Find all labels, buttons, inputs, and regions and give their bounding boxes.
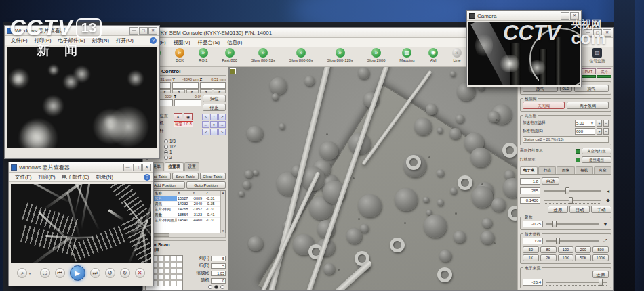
standard-current-input[interactable]: 600 [575, 128, 595, 135]
toolbar-button[interactable]: Line [445, 48, 469, 62]
stop-button[interactable]: 停止 [203, 104, 226, 111]
table-horizontal-scrollbar[interactable] [145, 233, 226, 238]
ion-pump-valve-button[interactable]: 离子泵阀 [567, 102, 609, 109]
current-plus-button[interactable]: + [597, 128, 602, 135]
table-vertical-scrollbar[interactable]: ▲▼ [220, 191, 225, 233]
vacuum-filament-button[interactable]: 真空与灯丝 [582, 148, 611, 154]
next-icon[interactable]: ⏭ [90, 268, 100, 278]
magnification-preset-button[interactable]: 80 [540, 246, 557, 253]
axis-y-input[interactable] [172, 82, 198, 89]
slideshow-icon[interactable]: ▶ [70, 265, 85, 281]
cols-input[interactable]: 5 [211, 256, 226, 261]
stage-tab[interactable]: 位置表 [165, 162, 184, 171]
viewer-top-maximize[interactable]: ▢ [139, 27, 148, 35]
scale-input[interactable]: 1.05 [211, 271, 226, 276]
fit-to-window-icon[interactable]: ⛶ [40, 268, 50, 278]
rotate-right-icon[interactable]: ↻ [120, 268, 130, 278]
status-tab[interactable]: 试片 [597, 68, 611, 78]
focus-value-input[interactable]: -0.25 [523, 221, 543, 227]
contrast-value-input[interactable]: 265 [520, 187, 540, 194]
toolbar-button[interactable]: Slow 800-60s [282, 48, 320, 62]
contrast-slider[interactable] [544, 190, 601, 192]
random-input[interactable]: 0 [211, 278, 226, 284]
toolbar-button[interactable]: Fast 800 [215, 48, 244, 62]
magnification-preset-button[interactable]: 50K [575, 254, 591, 261]
dpad-key[interactable]: ↓ [210, 129, 218, 135]
menu-item[interactable]: 视图(V) [170, 39, 194, 47]
dpad-key[interactable]: ← [202, 121, 209, 128]
magnification-preset-button[interactable]: 10K [558, 254, 574, 261]
toolbar-button[interactable]: Slow 800-120s [320, 48, 360, 62]
beam-action-button[interactable]: 还原 [548, 206, 568, 213]
brightness-slider[interactable] [544, 200, 601, 201]
magnification-preset-button[interactable]: 100 [558, 246, 574, 253]
toolbar-button[interactable]: 信号监测 [582, 48, 612, 64]
beam-tab[interactable]: 扫描 [538, 166, 556, 174]
close-valve-button[interactable]: 关闭阀 [523, 102, 565, 109]
viewer-menu-item[interactable]: 刻录(N) [93, 173, 117, 181]
magnification-value-input[interactable]: 130 [523, 238, 543, 244]
dpad-key[interactable]: ↘ [218, 129, 226, 135]
viewer-top-close[interactable]: ✕ [148, 27, 157, 35]
jog-z-right-button[interactable]: ► [214, 89, 226, 93]
viewer-bottom-maximize[interactable]: ▢ [133, 164, 142, 171]
speed-radio[interactable]: 1 [164, 150, 176, 154]
voltage-plus-button[interactable]: + [597, 120, 602, 127]
current-minus-button[interactable]: − [603, 128, 609, 135]
magnification-preset-button[interactable]: 500 [592, 246, 609, 253]
viewer-menu-item[interactable]: 打开(O) [113, 37, 137, 45]
beam-value-input[interactable]: 1.8 [520, 178, 540, 185]
speed-radio[interactable]: 1/2 [164, 144, 176, 149]
beam-tab[interactable]: 相机 [576, 166, 593, 174]
beam-tab[interactable]: 真空 [594, 166, 611, 174]
magnification-slider[interactable] [546, 240, 599, 242]
toolbar-button[interactable]: BCK [168, 48, 192, 62]
toolbar-button[interactable]: ROI1 [191, 48, 215, 62]
toolbar-button[interactable]: Slow 2000 [360, 48, 393, 62]
magnification-preset-button[interactable]: 100K [592, 254, 609, 261]
beam-current-slider[interactable] [546, 282, 607, 283]
viewer-bottom-minimize[interactable]: — [123, 164, 132, 171]
magnification-preset-button[interactable]: 2K [540, 254, 557, 261]
dpad-key[interactable]: → [218, 121, 226, 128]
focus-slider[interactable] [546, 223, 599, 225]
beam-auto-button[interactable]: 自动 [542, 177, 559, 185]
beam-current-input[interactable]: -26.4 [523, 279, 543, 286]
table-row[interactable]: 004 圆盘 13864 -3123 -0.41 [146, 212, 225, 218]
axis-z-input[interactable] [200, 82, 226, 89]
jog-y-left-button[interactable]: ◄ [172, 89, 184, 93]
table-button[interactable]: Clear Table [200, 173, 226, 180]
stage-tab[interactable]: 设置 [184, 162, 199, 171]
table-row[interactable]: 005 芯片-阵列照片 14541 -4460 -0.31 [146, 218, 225, 223]
menu-item[interactable]: 信息(I) [224, 39, 245, 47]
toolbar-button[interactable]: Slow 800-32s [244, 48, 282, 62]
stage-cancel-button[interactable]: ✕ [174, 113, 182, 120]
table-row[interactable]: 001 芯片 15627 -3009 -0.31 [146, 196, 225, 202]
status-tab[interactable]: PMT [582, 68, 597, 78]
viewer-bottom-titlebar[interactable]: Windows 照片查看器 — ▢ ✕ [9, 162, 153, 173]
camera-minimize-button[interactable]: — [561, 12, 569, 20]
beam-tab[interactable]: 电子束 [520, 166, 538, 174]
magnification-preset-button[interactable]: 50 [523, 246, 539, 253]
home-button[interactable]: 归位 [203, 95, 226, 102]
toolbar-button[interactable]: Mapping [393, 48, 422, 62]
table-row[interactable]: 003 芯片-阵列 14268 -1852 -0.31 [146, 207, 225, 212]
delete-icon[interactable]: ✕ [135, 268, 145, 278]
beam-action-button[interactable]: 手动 [591, 206, 611, 213]
current-reset-button[interactable]: 还原 [592, 271, 609, 278]
jog-z-left-button[interactable]: ◄ [200, 89, 212, 93]
table-row[interactable]: 002 调焦 14032 -2040 -0.35 [146, 202, 225, 207]
brightness-value-input[interactable]: 0.1406 [520, 197, 540, 204]
dpad-key[interactable]: ● [210, 121, 218, 128]
beam-action-button[interactable]: 自动 [569, 206, 590, 213]
position-button[interactable]: Goto Position [186, 181, 226, 189]
zoom-icon[interactable]: ⌕ [17, 268, 27, 278]
help-icon[interactable]: ? [144, 174, 150, 181]
previous-icon[interactable]: ⏮ [55, 268, 65, 278]
viewer-bottom-close[interactable]: ✕ [142, 164, 151, 171]
viewer-menu-item[interactable]: 文件(F) [12, 173, 35, 181]
tilt-input[interactable] [174, 99, 202, 106]
dpad-key[interactable]: ↗ [218, 114, 226, 120]
magnification-preset-button[interactable]: 200 [575, 246, 591, 253]
magnification-preset-button[interactable]: 1K [523, 254, 539, 261]
